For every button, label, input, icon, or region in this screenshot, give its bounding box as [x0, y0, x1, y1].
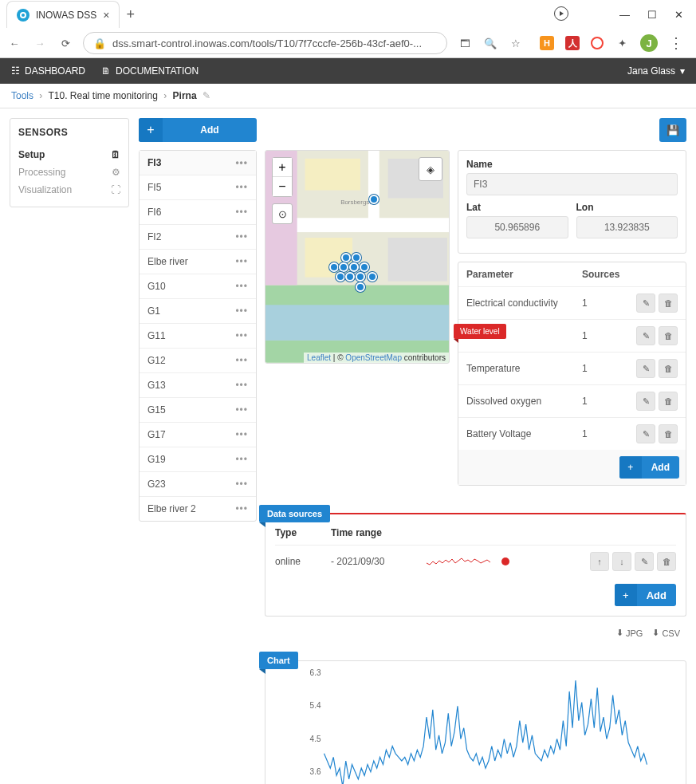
zoom-out-button[interactable]: −: [273, 177, 292, 196]
map-marker[interactable]: [356, 272, 365, 282]
map-marker[interactable]: [349, 262, 359, 272]
sensor-row[interactable]: FI2•••: [140, 225, 256, 250]
zoom-in-button[interactable]: +: [273, 158, 292, 177]
close-icon[interactable]: ✕: [674, 9, 683, 21]
layers-button[interactable]: ◈: [419, 157, 442, 181]
delete-button[interactable]: 🗑: [659, 392, 678, 411]
leaflet-link[interactable]: Leaflet: [307, 353, 331, 362]
sidebar-item-visualization[interactable]: Visualization⛶: [18, 181, 120, 199]
map-marker[interactable]: [356, 282, 365, 292]
profile-avatar[interactable]: J: [640, 34, 658, 52]
lat-field[interactable]: 50.965896: [466, 216, 568, 238]
ext-icon-pdf[interactable]: 人: [565, 36, 580, 50]
edit-button[interactable]: ✎: [636, 392, 655, 411]
crumb-tools[interactable]: Tools: [11, 90, 33, 101]
sensor-row[interactable]: FI3•••: [140, 151, 256, 175]
translate-icon[interactable]: 🗔: [457, 37, 473, 49]
more-icon[interactable]: •••: [235, 503, 248, 514]
sensor-row[interactable]: G17•••: [140, 423, 256, 447]
more-icon[interactable]: •••: [235, 330, 248, 341]
ext-icon-1[interactable]: H: [540, 36, 554, 50]
delete-button[interactable]: 🗑: [659, 359, 678, 378]
forward-button[interactable]: →: [32, 37, 48, 49]
browser-tab[interactable]: INOWAS DSS ×: [6, 1, 120, 28]
nav-documentation[interactable]: 🗎 DOCUMENTATION: [101, 65, 199, 77]
sensor-row[interactable]: FI6•••: [140, 200, 256, 225]
map-marker[interactable]: [339, 262, 348, 272]
sidebar-item-setup[interactable]: Setup🗓: [18, 146, 120, 163]
sensor-row[interactable]: G1•••: [140, 299, 256, 324]
map-marker[interactable]: [341, 253, 351, 262]
more-icon[interactable]: •••: [235, 182, 248, 193]
sensor-row[interactable]: G10•••: [140, 274, 256, 299]
more-icon[interactable]: •••: [235, 256, 248, 267]
user-menu[interactable]: Jana Glass ▾: [627, 65, 685, 77]
parameter-row[interactable]: Dissolved oxygen1✎🗑: [458, 385, 686, 418]
edit-button[interactable]: ✎: [635, 552, 654, 571]
extensions-icon[interactable]: ✦: [615, 36, 629, 50]
move-down-button[interactable]: ↓: [612, 552, 631, 571]
add-datasource-button[interactable]: + Add: [615, 584, 676, 606]
parameter-row[interactable]: Electrical conductivity1✎🗑: [458, 287, 686, 320]
more-icon[interactable]: •••: [235, 231, 248, 242]
tab-close-icon[interactable]: ×: [103, 9, 109, 22]
more-icon[interactable]: •••: [235, 429, 248, 440]
move-up-button[interactable]: ↑: [590, 552, 609, 571]
edit-button[interactable]: ✎: [636, 294, 655, 313]
map-marker[interactable]: [329, 262, 339, 272]
parameter-row[interactable]: Water level1✎🗑: [458, 320, 686, 353]
sensor-row[interactable]: G15•••: [140, 398, 256, 423]
add-parameter-button[interactable]: + Add: [619, 456, 679, 479]
sidebar-item-processing[interactable]: Processing⚙: [18, 163, 120, 181]
edit-button[interactable]: ✎: [636, 326, 655, 345]
sensor-row[interactable]: Elbe river 2•••: [140, 497, 256, 521]
more-icon[interactable]: •••: [235, 281, 248, 292]
parameter-row[interactable]: Battery Voltage1✎🗑: [458, 418, 686, 450]
export-csv-button[interactable]: ⬇CSV: [652, 628, 680, 638]
name-field[interactable]: FI3: [466, 173, 678, 195]
edit-button[interactable]: ✎: [636, 424, 655, 443]
save-button[interactable]: 💾: [659, 118, 686, 142]
delete-button[interactable]: 🗑: [659, 326, 678, 345]
back-button[interactable]: ←: [6, 37, 22, 49]
more-icon[interactable]: •••: [235, 207, 248, 218]
map-marker[interactable]: [345, 272, 355, 282]
reload-button[interactable]: ⟳: [57, 37, 73, 49]
map-marker[interactable]: [352, 253, 361, 262]
delete-button[interactable]: 🗑: [659, 294, 678, 313]
sensor-row[interactable]: G12•••: [140, 349, 256, 373]
edit-icon[interactable]: ✎: [203, 90, 210, 101]
more-icon[interactable]: •••: [235, 380, 248, 391]
sensor-row[interactable]: G13•••: [140, 373, 256, 398]
cast-icon[interactable]: [554, 6, 568, 21]
delete-button[interactable]: 🗑: [657, 552, 676, 571]
nav-dashboard[interactable]: ☷ DASHBOARD: [11, 65, 85, 77]
star-icon[interactable]: ☆: [508, 37, 524, 49]
more-icon[interactable]: •••: [235, 355, 248, 366]
more-icon[interactable]: •••: [235, 404, 248, 416]
maximize-icon[interactable]: ☐: [647, 9, 657, 21]
osm-link[interactable]: OpenStreetMap: [345, 353, 402, 362]
map-marker[interactable]: [360, 262, 369, 272]
locate-button[interactable]: ⊙: [272, 203, 293, 224]
sensor-row[interactable]: G19•••: [140, 447, 256, 472]
new-tab-button[interactable]: +: [126, 6, 135, 23]
more-icon[interactable]: •••: [235, 479, 248, 490]
map-marker[interactable]: [336, 272, 345, 282]
more-icon[interactable]: •••: [235, 157, 248, 168]
parameter-row[interactable]: Temperature1✎🗑: [458, 353, 686, 385]
more-icon[interactable]: •••: [235, 454, 248, 465]
map-marker[interactable]: [369, 195, 379, 204]
delete-button[interactable]: 🗑: [659, 424, 678, 443]
more-icon[interactable]: •••: [235, 305, 248, 317]
sensor-row[interactable]: G23•••: [140, 472, 256, 497]
edit-button[interactable]: ✎: [636, 359, 655, 378]
sensor-row[interactable]: G11•••: [140, 324, 256, 349]
minimize-icon[interactable]: —: [619, 9, 630, 21]
sensor-row[interactable]: FI5•••: [140, 175, 256, 200]
lon-field[interactable]: 13.923835: [576, 216, 678, 238]
zoom-icon[interactable]: 🔍: [482, 37, 498, 49]
url-input[interactable]: 🔒 dss.smart-control.inowas.com/tools/T10…: [83, 32, 447, 54]
menu-icon[interactable]: ⋮: [669, 34, 683, 52]
map-marker[interactable]: [368, 272, 377, 282]
